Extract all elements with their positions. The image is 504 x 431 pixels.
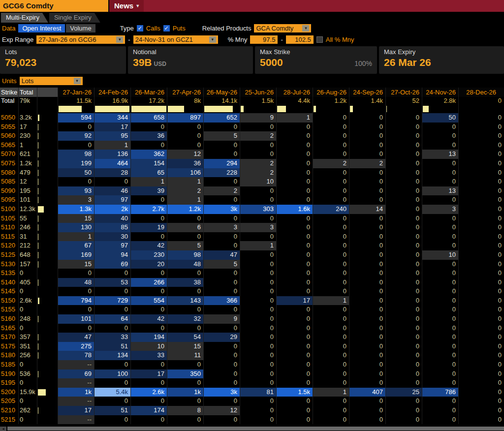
oi-cell[interactable]: 0 (459, 388, 504, 397)
oi-cell[interactable]: 81 (240, 388, 277, 397)
oi-cell[interactable]: 0 (240, 406, 277, 415)
oi-cell[interactable]: 0 (349, 333, 386, 342)
oi-cell[interactable]: 0 (313, 415, 349, 425)
oi-cell[interactable]: 266 (131, 278, 167, 287)
row-total-cell[interactable]: 536 (19, 369, 37, 379)
row-total-cell[interactable]: 17 (19, 123, 37, 132)
oi-cell[interactable]: 0 (277, 360, 313, 369)
oi-cell[interactable]: 0 (94, 415, 131, 425)
oi-cell[interactable]: 1k (58, 388, 94, 397)
oi-cell[interactable]: 0 (313, 123, 349, 132)
oi-cell[interactable]: 93 (58, 186, 94, 196)
row-total-cell[interactable]: 405 (19, 278, 37, 287)
oi-cell[interactable]: 0 (94, 287, 131, 296)
row-total-cell[interactable]: 0 (19, 305, 37, 314)
oi-cell[interactable]: 38 (167, 278, 204, 287)
oi-cell[interactable]: 0 (349, 214, 386, 223)
oi-cell[interactable]: 3 (422, 205, 459, 214)
oi-cell[interactable]: 0 (459, 369, 504, 379)
row-total-cell[interactable]: 195 (19, 186, 37, 196)
oi-cell[interactable]: 0 (422, 177, 459, 186)
oi-cell[interactable]: 1 (240, 241, 277, 250)
oi-cell[interactable]: 0 (277, 406, 313, 415)
strike-cell[interactable]: 5160 (0, 314, 19, 324)
oi-cell[interactable]: 0 (204, 177, 240, 186)
oi-cell[interactable]: 0 (277, 241, 313, 250)
oi-cell[interactable]: 39 (131, 186, 167, 196)
oi-cell[interactable]: 0 (422, 287, 459, 296)
oi-cell[interactable]: 0 (349, 177, 386, 186)
oi-cell[interactable]: 303 (240, 205, 277, 214)
oi-cell[interactable]: 0 (204, 214, 240, 223)
oi-cell[interactable]: 2 (349, 159, 386, 168)
oi-cell[interactable]: 0 (131, 214, 167, 223)
oi-cell[interactable]: 0 (240, 360, 277, 369)
oi-cell[interactable]: 0 (204, 241, 240, 250)
mny-from-input[interactable]: 97.5 (250, 35, 278, 44)
oi-cell[interactable]: 0 (94, 378, 131, 388)
strike-cell[interactable]: 5090 (0, 186, 19, 196)
oi-cell[interactable]: 294 (204, 159, 240, 168)
oi-cell[interactable]: 0 (167, 214, 204, 223)
row-total-cell[interactable]: 31 (19, 232, 37, 242)
oi-cell[interactable]: 3k (204, 205, 240, 214)
oi-cell[interactable]: 136 (94, 150, 131, 159)
oi-cell[interactable]: 0 (167, 397, 204, 406)
oi-cell[interactable]: 230 (131, 250, 167, 260)
oi-cell[interactable]: 0 (386, 406, 422, 415)
open-interest-button[interactable]: Open Interest (18, 24, 65, 32)
horizontal-scrollbar[interactable]: ◄ (0, 426, 504, 431)
oi-cell[interactable]: 0 (277, 150, 313, 159)
row-total-cell[interactable]: 0 (19, 324, 37, 333)
oi-cell[interactable]: 0 (313, 177, 349, 186)
oi-cell[interactable]: 0 (459, 168, 504, 178)
oi-cell[interactable]: 0 (131, 378, 167, 388)
oi-cell[interactable]: 42 (131, 241, 167, 250)
oi-cell[interactable]: 0 (167, 287, 204, 296)
oi-cell[interactable]: 0 (204, 305, 240, 314)
row-total-cell[interactable]: 3.2k (19, 113, 37, 123)
strike-cell[interactable]: 5155 (0, 305, 19, 314)
oi-cell[interactable]: 0 (277, 214, 313, 223)
oi-cell[interactable]: 0 (131, 123, 167, 132)
oi-cell[interactable]: 0 (204, 378, 240, 388)
oi-cell[interactable]: 0 (459, 250, 504, 260)
oi-cell[interactable]: 362 (131, 150, 167, 159)
strike-cell[interactable]: 5175 (0, 342, 19, 351)
oi-cell[interactable]: 0 (386, 260, 422, 269)
oi-cell[interactable]: 48 (167, 260, 204, 269)
oi-cell[interactable]: 17 (131, 369, 167, 379)
oi-cell[interactable]: 3 (204, 223, 240, 232)
oi-cell[interactable]: 0 (386, 369, 422, 379)
oi-cell[interactable]: 0 (167, 324, 204, 333)
oi-cell[interactable]: 0 (459, 342, 504, 351)
oi-cell[interactable]: 13 (422, 186, 459, 196)
oi-cell[interactable]: 0 (349, 278, 386, 287)
oi-cell[interactable]: 0 (349, 369, 386, 379)
oi-cell[interactable]: 0 (459, 351, 504, 360)
oi-cell[interactable]: 0 (204, 324, 240, 333)
oi-cell[interactable]: 0 (58, 177, 94, 186)
oi-cell[interactable]: 0 (386, 296, 422, 306)
oi-cell[interactable]: 0 (131, 141, 167, 150)
oi-cell[interactable]: 0 (240, 415, 277, 425)
row-total-cell[interactable]: 101 (19, 195, 37, 205)
oi-cell[interactable]: -- (58, 415, 94, 425)
oi-cell[interactable]: 0 (58, 123, 94, 132)
oi-cell[interactable]: 0 (240, 260, 277, 269)
oi-cell[interactable]: 897 (167, 113, 204, 123)
oi-cell[interactable]: 194 (131, 333, 167, 342)
oi-cell[interactable]: 0 (349, 324, 386, 333)
row-total-cell[interactable]: 2.6k (19, 296, 37, 306)
oi-cell[interactable]: 51 (94, 342, 131, 351)
oi-cell[interactable]: 366 (204, 296, 240, 306)
oi-cell[interactable]: 0 (204, 342, 240, 351)
oi-cell[interactable]: 2.6k (131, 388, 167, 397)
oi-cell[interactable]: 2.7k (131, 205, 167, 214)
oi-cell[interactable]: 1.6k (277, 205, 313, 214)
oi-cell[interactable]: 0 (459, 333, 504, 342)
oi-cell[interactable]: 0 (131, 232, 167, 242)
oi-cell[interactable]: 0 (240, 278, 277, 287)
oi-cell[interactable]: 50 (422, 113, 459, 123)
strike-cell[interactable]: 5100 (0, 205, 19, 214)
